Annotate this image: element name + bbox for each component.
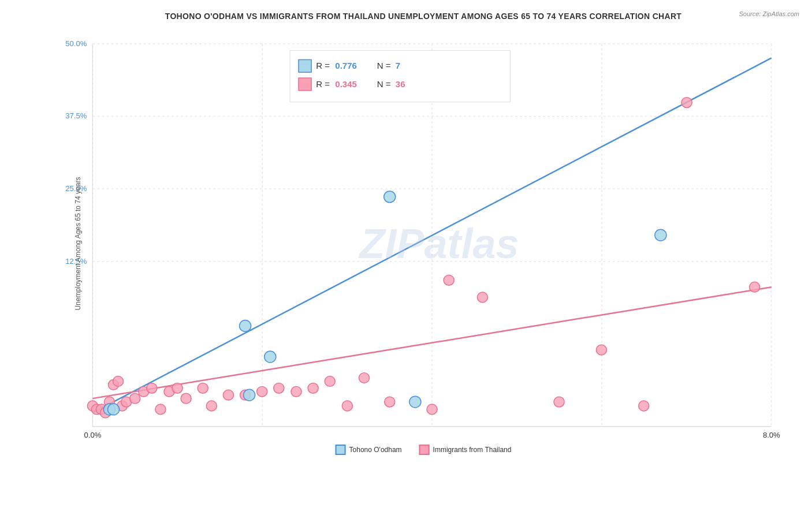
svg-point-53	[681, 98, 692, 108]
svg-point-46	[385, 397, 395, 407]
svg-point-45	[359, 373, 369, 383]
svg-point-48	[444, 275, 454, 285]
svg-point-61	[655, 229, 666, 241]
svg-rect-64	[299, 59, 311, 72]
svg-text:0.0%: 0.0%	[84, 431, 101, 440]
svg-point-44	[342, 401, 352, 411]
legend-item-tohono: Tohono O'odham	[336, 445, 402, 455]
legend-label-thailand: Immigrants from Thailand	[433, 446, 512, 454]
svg-text:R =: R =	[316, 61, 330, 70]
svg-point-50	[554, 397, 564, 407]
svg-text:0.776: 0.776	[335, 61, 357, 70]
svg-text:50.0%: 50.0%	[65, 39, 87, 48]
svg-point-43	[325, 376, 335, 387]
svg-point-34	[181, 393, 191, 404]
chart-container: TOHONO O'ODHAM VS IMMIGRANTS FROM THAILA…	[0, 0, 812, 515]
svg-text:0.345: 0.345	[335, 79, 357, 89]
svg-point-40	[274, 383, 284, 393]
svg-text:36: 36	[396, 79, 405, 89]
legend-item-thailand: Immigrants from Thailand	[419, 445, 512, 455]
svg-point-36	[206, 401, 217, 411]
chart-area: Unemployment Among Ages 65 to 74 years Z…	[46, 27, 800, 461]
chart-title: TOHONO O'ODHAM VS IMMIGRANTS FROM THAILA…	[46, 12, 800, 21]
svg-point-30	[147, 383, 157, 393]
svg-text:8.0%: 8.0%	[763, 431, 780, 440]
svg-point-47	[427, 404, 437, 415]
svg-point-35	[198, 383, 208, 393]
svg-rect-63	[290, 51, 511, 102]
y-axis-label: Unemployment Among Ages 65 to 74 years	[74, 177, 82, 311]
svg-point-59	[265, 351, 276, 363]
svg-point-57	[240, 320, 251, 332]
legend-box-thailand	[419, 445, 430, 455]
svg-point-62	[409, 396, 421, 408]
chart-legend: Tohono O'odham Immigrants from Thailand	[336, 445, 512, 455]
legend-label-tohono: Tohono O'odham	[349, 446, 402, 454]
svg-rect-69	[299, 78, 311, 91]
svg-point-31	[155, 404, 166, 415]
svg-point-39	[257, 386, 267, 397]
svg-text:N =: N =	[377, 61, 391, 70]
svg-text:37.5%: 37.5%	[65, 111, 87, 120]
svg-point-54	[750, 282, 760, 292]
svg-point-28	[130, 393, 140, 404]
svg-text:R =: R =	[316, 79, 330, 89]
svg-point-37	[223, 390, 233, 400]
svg-point-52	[639, 401, 649, 411]
svg-point-33	[172, 383, 182, 393]
source-label: Source: ZipAtlas.com	[739, 10, 799, 17]
svg-text:N =: N =	[377, 79, 391, 89]
svg-text:7: 7	[396, 61, 400, 70]
svg-point-49	[477, 292, 487, 303]
legend-box-tohono	[336, 445, 346, 455]
scatter-chart: .grid-line { stroke: #e0e0e0; stroke-wid…	[46, 27, 800, 461]
svg-point-58	[244, 389, 255, 401]
svg-point-56	[107, 404, 119, 415]
svg-point-25	[113, 376, 124, 387]
svg-point-42	[308, 383, 318, 393]
svg-point-51	[596, 345, 606, 355]
svg-line-18	[92, 287, 771, 398]
svg-point-41	[291, 386, 301, 397]
svg-point-60	[384, 191, 396, 203]
